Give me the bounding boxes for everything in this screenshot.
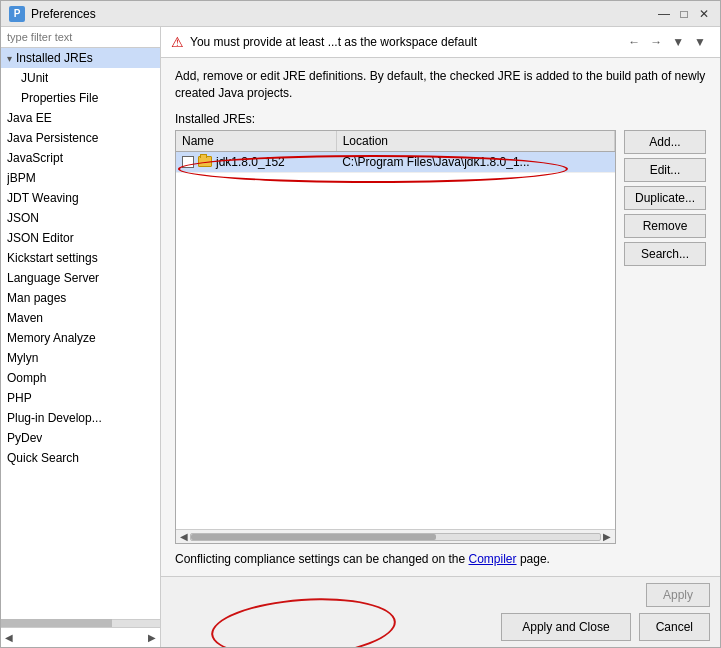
sidebar-item-php[interactable]: PHP	[1, 388, 160, 408]
sidebar-item-label: Quick Search	[7, 451, 79, 465]
edit-button[interactable]: Edit...	[624, 158, 706, 182]
sidebar-item-jdt-weaving[interactable]: JDT Weaving	[1, 188, 160, 208]
error-icon: ⚠	[171, 34, 184, 50]
col-location: Location	[336, 131, 614, 152]
filter-input[interactable]	[1, 27, 160, 48]
folder-icon	[198, 156, 212, 167]
sidebar-item-label: Installed JREs	[16, 51, 93, 65]
scroll-left-arrow[interactable]: ◀	[178, 531, 190, 542]
panel-content: Add, remove or edit JRE definitions. By …	[161, 58, 720, 576]
sidebar-arrow-right[interactable]: ▶	[146, 632, 158, 643]
sidebar-item-label: Mylyn	[7, 351, 38, 365]
sidebar-item-json-editor[interactable]: JSON Editor	[1, 228, 160, 248]
preferences-window: P Preferences — □ ✕ ▾Installed JREsJUnit…	[0, 0, 721, 648]
sidebar-scroll-thumb	[1, 619, 112, 627]
window-title: Preferences	[31, 7, 96, 21]
sidebar-item-memory-analyze[interactable]: Memory Analyze	[1, 328, 160, 348]
col-name: Name	[176, 131, 336, 152]
expand-icon: ▾	[7, 53, 12, 64]
sidebar-item-label: Properties File	[21, 91, 98, 105]
maximize-button[interactable]: □	[676, 6, 692, 22]
close-button[interactable]: ✕	[696, 6, 712, 22]
table-row[interactable]: jdk1.8.0_152C:\Program Files\Java\jdk1.8…	[176, 151, 615, 172]
scroll-right-arrow[interactable]: ▶	[601, 531, 613, 542]
jre-table-container: Name Location jdk1.8.0_152C:\Program Fil…	[175, 130, 616, 544]
nav-menu-button[interactable]: ▼	[690, 33, 710, 51]
add-button[interactable]: Add...	[624, 130, 706, 154]
sidebar-bottom: ◀ ▶	[1, 627, 160, 647]
installed-jres-label: Installed JREs:	[175, 112, 706, 126]
sidebar-item-pydev[interactable]: PyDev	[1, 428, 160, 448]
error-text: You must provide at least ...t as the wo…	[190, 35, 477, 49]
sidebar-item-junit[interactable]: JUnit	[1, 68, 160, 88]
sidebar-item-label: jBPM	[7, 171, 36, 185]
jre-table: Name Location jdk1.8.0_152C:\Program Fil…	[176, 131, 615, 173]
sidebar-item-mylyn[interactable]: Mylyn	[1, 348, 160, 368]
app-icon: P	[9, 6, 25, 22]
nav-forward-button[interactable]: →	[646, 33, 666, 51]
apply-and-close-button[interactable]: Apply and Close	[501, 613, 630, 641]
sidebar-arrow-left[interactable]: ◀	[3, 632, 15, 643]
jre-area: Name Location jdk1.8.0_152C:\Program Fil…	[175, 130, 706, 544]
apply-row: Apply	[171, 583, 710, 607]
sidebar-item-label: Language Server	[7, 271, 99, 285]
sidebar-list: ▾Installed JREsJUnitProperties FileJava …	[1, 48, 160, 619]
sidebar-item-label: JSON Editor	[7, 231, 74, 245]
sidebar-item-label: JSON	[7, 211, 39, 225]
sidebar-item-kickstart-settings[interactable]: Kickstart settings	[1, 248, 160, 268]
sidebar-item-label: Java EE	[7, 111, 52, 125]
remove-button[interactable]: Remove	[624, 214, 706, 238]
sidebar-item-properties-file[interactable]: Properties File	[1, 88, 160, 108]
sidebar: ▾Installed JREsJUnitProperties FileJava …	[1, 27, 161, 647]
sidebar-item-label: JUnit	[21, 71, 48, 85]
nav-buttons: ← → ▼ ▼	[624, 33, 710, 51]
sidebar-item-label: Java Persistence	[7, 131, 98, 145]
sidebar-item-json[interactable]: JSON	[1, 208, 160, 228]
sidebar-item-label: JavaScript	[7, 151, 63, 165]
compiler-link[interactable]: Compiler	[469, 552, 517, 566]
right-panel: ⚠ You must provide at least ...t as the …	[161, 27, 720, 647]
jre-action-buttons: Add... Edit... Duplicate... Remove Searc…	[624, 130, 706, 544]
sidebar-item-quick-search[interactable]: Quick Search	[1, 448, 160, 468]
sidebar-item-plug-in-development[interactable]: Plug-in Develop...	[1, 408, 160, 428]
duplicate-button[interactable]: Duplicate...	[624, 186, 706, 210]
jre-location-cell: C:\Program Files\Java\jdk1.8.0_1...	[336, 151, 614, 172]
nav-back-button[interactable]: ←	[624, 33, 644, 51]
sidebar-item-label: Plug-in Develop...	[7, 411, 102, 425]
sidebar-item-label: Oomph	[7, 371, 46, 385]
jre-scroll-thumb	[191, 534, 436, 540]
apply-button[interactable]: Apply	[646, 583, 710, 607]
sidebar-item-installed-jres[interactable]: ▾Installed JREs	[1, 48, 160, 68]
cancel-button[interactable]: Cancel	[639, 613, 710, 641]
error-bar: ⚠ You must provide at least ...t as the …	[161, 27, 720, 58]
sidebar-item-oomph[interactable]: Oomph	[1, 368, 160, 388]
sidebar-item-maven[interactable]: Maven	[1, 308, 160, 328]
sidebar-item-label: PHP	[7, 391, 32, 405]
bottom-bar: Apply Apply and Close Cancel	[161, 576, 720, 647]
sidebar-item-javascript[interactable]: JavaScript	[1, 148, 160, 168]
sidebar-item-language-server[interactable]: Language Server	[1, 268, 160, 288]
sidebar-item-jbpm[interactable]: jBPM	[1, 168, 160, 188]
minimize-button[interactable]: —	[656, 6, 672, 22]
sidebar-item-man-pages[interactable]: Man pages	[1, 288, 160, 308]
compliance-text: Conflicting compliance settings can be c…	[175, 552, 706, 566]
sidebar-item-label: PyDev	[7, 431, 42, 445]
sidebar-item-label: Kickstart settings	[7, 251, 98, 265]
jre-checkbox[interactable]	[182, 156, 194, 168]
sidebar-item-label: Memory Analyze	[7, 331, 96, 345]
sidebar-item-java-persistence[interactable]: Java Persistence	[1, 128, 160, 148]
titlebar-controls: — □ ✕	[656, 6, 712, 22]
description: Add, remove or edit JRE definitions. By …	[175, 68, 706, 102]
sidebar-scrollbar	[1, 619, 160, 627]
sidebar-item-label: Maven	[7, 311, 43, 325]
jre-name: jdk1.8.0_152	[216, 155, 285, 169]
search-button[interactable]: Search...	[624, 242, 706, 266]
sidebar-item-label: JDT Weaving	[7, 191, 79, 205]
sidebar-item-java-ee[interactable]: Java EE	[1, 108, 160, 128]
jre-scrollbar-horizontal: ◀ ▶	[176, 529, 615, 543]
sidebar-item-label: Man pages	[7, 291, 66, 305]
nav-down-button[interactable]: ▼	[668, 33, 688, 51]
main-content: ▾Installed JREsJUnitProperties FileJava …	[1, 27, 720, 647]
titlebar-left: P Preferences	[9, 6, 96, 22]
titlebar: P Preferences — □ ✕	[1, 1, 720, 27]
